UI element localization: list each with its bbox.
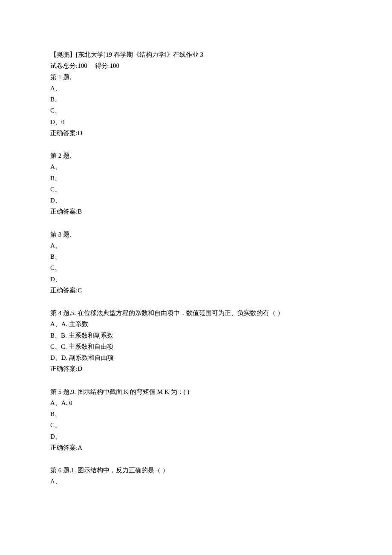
course-title: 【奥鹏】[东北大学]19 春学期《结构力学Ⅰ》在线作业 3: [50, 49, 342, 60]
correct-answer: 正确答案:D: [50, 127, 342, 139]
question-heading: 第 2 题,: [50, 150, 342, 161]
option-b: B、: [50, 94, 342, 105]
option-c: C、: [50, 105, 342, 116]
question-block: 第 6 题,1. 图示结构中，反力正确的是（ ） A、: [50, 465, 342, 487]
score-line: 试卷总分:100 得分:100: [50, 60, 342, 71]
correct-answer: 正确答案:D: [50, 363, 342, 374]
question-block: 第 5 题,9. 图示结构中截面 K 的弯矩值 M K 为：( ) A、A. 0…: [50, 386, 342, 454]
question-heading: 第 1 题,: [50, 72, 342, 83]
option-b: B、B. 主系数和副系数: [50, 330, 342, 341]
document-header: 【奥鹏】[东北大学]19 春学期《结构力学Ⅰ》在线作业 3 试卷总分:100 得…: [50, 49, 342, 139]
question-heading: 第 6 题,1. 图示结构中，反力正确的是（ ）: [50, 465, 342, 476]
option-a: A、A. 主系数: [50, 318, 342, 330]
question-heading: 第 4 题,5. 在位移法典型方程的系数和自由项中，数值范围可为正、负实数的有（…: [50, 307, 342, 318]
option-d: D、D. 副系数和自由项: [50, 352, 342, 363]
question-heading: 第 5 题,9. 图示结构中截面 K 的弯矩值 M K 为：( ): [50, 386, 342, 397]
option-c: C、: [50, 419, 342, 431]
option-a: A、: [50, 83, 342, 94]
option-d: D、0: [50, 116, 342, 127]
question-heading: 第 3 题,: [50, 229, 342, 240]
option-c: C、: [50, 184, 342, 195]
option-a: A、: [50, 240, 342, 251]
option-d: D、: [50, 431, 342, 442]
question-block: 第 3 题, A、 B、 C、 D、 正确答案:C: [50, 229, 342, 296]
question-block: 第 2 题, A、 B、 C、 D、 正确答案:B: [50, 150, 342, 217]
option-a: A、: [50, 476, 342, 487]
correct-answer: 正确答案:B: [50, 206, 342, 217]
option-d: D、: [50, 195, 342, 206]
option-c: C、: [50, 262, 342, 273]
option-a: A、: [50, 161, 342, 172]
option-b: B、: [50, 173, 342, 184]
correct-answer: 正确答案:C: [50, 285, 342, 296]
option-c: C、C. 主系数和自由项: [50, 341, 342, 352]
option-a: A、A. 0: [50, 397, 342, 408]
option-d: D、: [50, 274, 342, 285]
option-b: B、: [50, 251, 342, 262]
question-block: 第 4 题,5. 在位移法典型方程的系数和自由项中，数值范围可为正、负实数的有（…: [50, 307, 342, 375]
correct-answer: 正确答案:A: [50, 442, 342, 453]
option-b: B、: [50, 408, 342, 419]
